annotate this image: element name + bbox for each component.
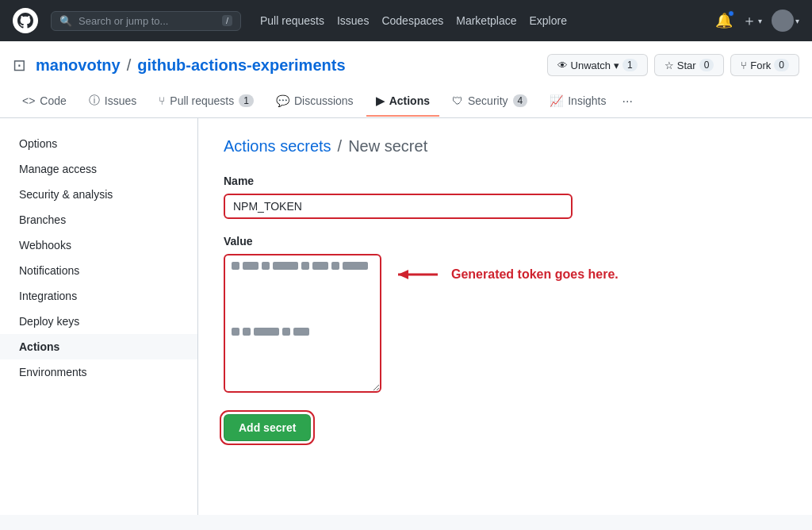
repo-title-row: ⊡ manovotny / github-actions-experiments…: [13, 54, 799, 76]
search-box[interactable]: 🔍 Search or jump to... /: [51, 11, 241, 31]
github-logo[interactable]: [13, 8, 38, 33]
add-secret-button[interactable]: Add secret: [224, 414, 311, 441]
actions-icon: ▶: [376, 94, 385, 107]
sidebar-item-security-analysis[interactable]: Security & analysis: [0, 182, 197, 207]
main-content: Actions secrets / New secret Name Value: [198, 118, 812, 515]
tab-more-button[interactable]: ···: [622, 94, 632, 109]
annotation-text: Generated token goes here.: [451, 267, 619, 282]
breadcrumb-separator: /: [338, 137, 343, 156]
nav-marketplace[interactable]: Marketplace: [456, 14, 516, 27]
value-textarea[interactable]: [224, 254, 381, 393]
tab-security-label: Security: [468, 94, 508, 107]
top-nav-right: 🔔 ＋ ▾ ▾: [715, 10, 799, 32]
sidebar-item-branches[interactable]: Branches: [0, 207, 197, 232]
sidebar-item-actions[interactable]: Actions: [0, 334, 197, 359]
repo-tabs: <> Code ⓘ Issues ⑂ Pull requests 1 💬 Dis…: [13, 86, 799, 117]
chevron-down-icon: ▾: [758, 17, 762, 25]
repo-name-link[interactable]: github-actions-experiments: [137, 56, 345, 75]
add-secret-button-wrapper: Add secret: [224, 414, 787, 441]
tab-insights-label: Insights: [568, 94, 606, 107]
unwatch-label: Unwatch: [571, 60, 611, 71]
search-icon: 🔍: [59, 15, 72, 27]
top-navigation: 🔍 Search or jump to... / Pull requests I…: [0, 0, 812, 41]
breadcrumb: Actions secrets / New secret: [224, 137, 787, 156]
sidebar-item-options[interactable]: Options: [0, 131, 197, 156]
tab-issues[interactable]: ⓘ Issues: [79, 86, 146, 117]
fork-icon: ⑂: [741, 60, 747, 71]
security-badge: 4: [513, 94, 528, 107]
main-layout: Options Manage access Security & analysi…: [0, 118, 812, 515]
avatar: [772, 10, 794, 32]
tab-issues-label: Issues: [105, 94, 136, 107]
create-button[interactable]: ＋ ▾: [742, 11, 762, 30]
tab-security[interactable]: 🛡 Security 4: [442, 86, 537, 117]
nav-explore[interactable]: Explore: [530, 14, 567, 27]
svg-marker-1: [398, 270, 408, 279]
name-form-group: Name: [224, 175, 787, 219]
notification-dot: [728, 10, 734, 17]
value-label: Value: [224, 235, 787, 248]
code-icon: <>: [22, 94, 35, 107]
star-label: Star: [677, 60, 696, 71]
repo-title: ⊡ manovotny / github-actions-experiments: [13, 56, 346, 75]
arrow-annotation: Generated token goes here.: [394, 263, 619, 286]
breadcrumb-current: New secret: [348, 137, 427, 156]
value-input-side: [224, 254, 381, 395]
tab-pr-label: Pull requests: [170, 94, 234, 107]
repo-header: ⊡ manovotny / github-actions-experiments…: [0, 41, 812, 118]
arrow-icon: [394, 263, 442, 286]
tab-actions-label: Actions: [389, 94, 430, 107]
fork-count: 0: [774, 59, 789, 71]
tab-code-label: Code: [40, 94, 66, 107]
unwatch-count: 1: [622, 59, 638, 71]
avatar-chevron-icon: ▾: [795, 17, 799, 25]
sidebar-item-deploy-keys[interactable]: Deploy keys: [0, 309, 197, 334]
nav-codespaces[interactable]: Codespaces: [381, 14, 443, 27]
sidebar-item-notifications[interactable]: Notifications: [0, 258, 197, 283]
tab-discussions-label: Discussions: [294, 94, 354, 107]
sidebar-item-environments[interactable]: Environments: [0, 359, 197, 385]
annotation-wrapper: Generated token goes here.: [224, 254, 787, 395]
pr-icon: ⑂: [159, 94, 165, 107]
sidebar-item-manage-access[interactable]: Manage access: [0, 156, 197, 182]
plus-icon: ＋: [742, 11, 756, 30]
repo-icon: ⊡: [13, 56, 26, 75]
breadcrumb-link[interactable]: Actions secrets: [224, 137, 331, 156]
value-section: Value Generated token goes here.: [224, 235, 787, 395]
sidebar-item-integrations[interactable]: Integrations: [0, 283, 197, 309]
discussions-icon: 💬: [276, 94, 289, 107]
fork-button[interactable]: ⑂ Fork 0: [730, 54, 799, 76]
star-icon: ☆: [665, 60, 674, 71]
notifications-button[interactable]: 🔔: [715, 12, 733, 29]
issues-icon: ⓘ: [89, 94, 100, 108]
value-input-wrapper: [224, 254, 381, 395]
pr-badge: 1: [239, 94, 254, 107]
tab-pull-requests[interactable]: ⑂ Pull requests 1: [149, 86, 263, 117]
repo-separator: /: [127, 56, 132, 75]
eye-icon: 👁: [557, 60, 568, 71]
security-icon: 🛡: [452, 94, 463, 107]
tab-code[interactable]: <> Code: [13, 86, 76, 117]
unwatch-chevron-icon: ▾: [614, 60, 619, 71]
top-nav-links: Pull requests Issues Codespaces Marketpl…: [260, 14, 567, 27]
name-label: Name: [224, 175, 787, 187]
nav-issues[interactable]: Issues: [337, 14, 369, 27]
repo-actions: 👁 Unwatch ▾ 1 ☆ Star 0 ⑂ Fork 0: [547, 54, 799, 76]
star-button[interactable]: ☆ Star 0: [654, 54, 725, 76]
fork-label: Fork: [750, 60, 771, 71]
star-count: 0: [699, 59, 714, 71]
tab-actions[interactable]: ▶ Actions: [366, 86, 439, 117]
repo-owner-link[interactable]: manovotny: [36, 56, 121, 75]
tab-insights[interactable]: 📈 Insights: [540, 86, 615, 117]
unwatch-button[interactable]: 👁 Unwatch ▾ 1: [547, 54, 648, 76]
tab-discussions[interactable]: 💬 Discussions: [266, 86, 363, 117]
name-input[interactable]: [224, 194, 573, 219]
slash-key: /: [222, 15, 232, 26]
search-placeholder: Search or jump to...: [79, 15, 168, 27]
insights-icon: 📈: [550, 94, 563, 107]
user-menu-button[interactable]: ▾: [772, 10, 799, 32]
sidebar: Options Manage access Security & analysi…: [0, 118, 198, 515]
nav-pull-requests[interactable]: Pull requests: [260, 14, 324, 27]
sidebar-item-webhooks[interactable]: Webhooks: [0, 232, 197, 258]
